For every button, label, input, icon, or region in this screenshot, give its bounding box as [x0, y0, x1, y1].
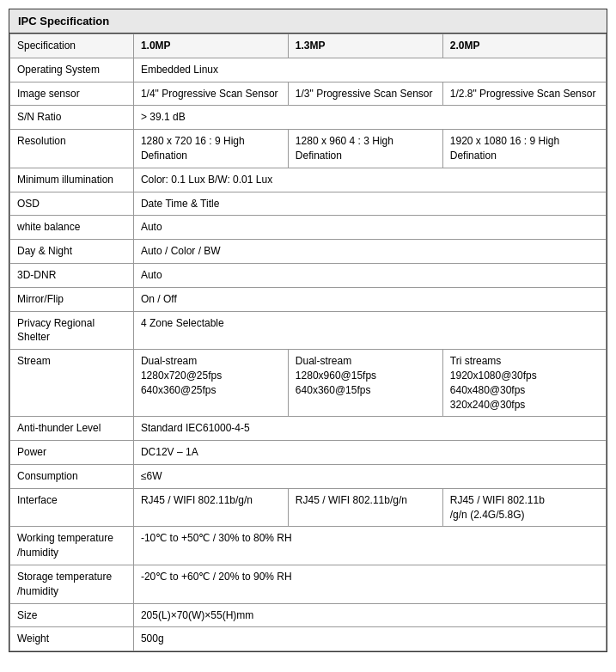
row-label: white balance: [10, 216, 134, 240]
row-value: Auto: [133, 263, 606, 287]
row-value: On / Off: [133, 287, 606, 311]
table-row: Working temperature /humidity-10℃ to +50…: [10, 527, 607, 565]
row-label: Mirror/Flip: [10, 287, 134, 311]
table-row: Minimum illuminationColor: 0.1 Lux B/W: …: [10, 168, 607, 192]
row-label: Weight: [10, 627, 134, 651]
row-label: Size: [10, 603, 134, 627]
row-label: Operating System: [10, 58, 134, 82]
table-row: S/N Ratio> 39.1 dB: [10, 106, 607, 130]
row-label: Power: [10, 441, 134, 465]
row-label: Storage temperature /humidity: [10, 565, 134, 603]
row-value: Standard IEC61000-4-5: [133, 417, 606, 441]
row-label: Privacy Regional Shelter: [10, 311, 134, 350]
row-value: -10℃ to +50℃ / 30% to 80% RH: [133, 527, 606, 565]
table-row: StreamDual-stream 1280x720@25fps 640x360…: [10, 350, 607, 417]
table-row: Consumption≤6W: [10, 464, 607, 488]
row-col3: 1/2.8" Progressive Scan Sensor: [442, 82, 606, 106]
row-col1: Dual-stream 1280x720@25fps 640x360@25fps: [133, 350, 288, 417]
table-row: Operating SystemEmbedded Linux: [10, 58, 607, 82]
row-value: 500g: [133, 627, 606, 651]
table-row: 3D-DNRAuto: [10, 263, 607, 287]
row-label: Anti-thunder Level: [10, 417, 134, 441]
row-value: Embedded Linux: [133, 58, 606, 82]
row-col1: 1280 x 720 16 : 9 High Defination: [133, 130, 288, 168]
table-row: white balanceAuto: [10, 216, 607, 240]
row-value: DC12V – 1A: [133, 441, 606, 465]
row-col2: 1/3" Progressive Scan Sensor: [288, 82, 442, 106]
table-row: Size205(L)×70(W)×55(H)mm: [10, 603, 607, 627]
table-row: Storage temperature /humidity-20℃ to +60…: [10, 565, 607, 603]
row-label: 3D-DNR: [10, 263, 134, 287]
spec-label-header: Specification: [10, 34, 134, 58]
col-2mp-header: 2.0MP: [442, 34, 606, 58]
table-row: Privacy Regional Shelter4 Zone Selectabl…: [10, 311, 607, 350]
row-label: Resolution: [10, 130, 134, 168]
row-value: ≤6W: [133, 464, 606, 488]
row-label: Interface: [10, 488, 134, 527]
row-value: 4 Zone Selectable: [133, 311, 606, 350]
col-13mp-header: 1.3MP: [288, 34, 442, 58]
row-value: Auto: [133, 216, 606, 240]
row-value: 205(L)×70(W)×55(H)mm: [133, 603, 606, 627]
table-row: Mirror/FlipOn / Off: [10, 287, 607, 311]
row-col3: Tri streams 1920x1080@30fps 640x480@30fp…: [442, 350, 606, 417]
table-title: IPC Specification: [9, 9, 607, 34]
table-row: InterfaceRJ45 / WIFI 802.11b/g/nRJ45 / W…: [10, 488, 607, 527]
row-label: Minimum illumination: [10, 168, 134, 192]
row-label: S/N Ratio: [10, 106, 134, 130]
row-col3: 1920 x 1080 16 : 9 High Defination: [442, 130, 606, 168]
col-1mp-header: 1.0MP: [133, 34, 288, 58]
table-row: Day & NightAuto / Color / BW: [10, 240, 607, 264]
row-value: Color: 0.1 Lux B/W: 0.01 Lux: [133, 168, 606, 192]
row-value: Auto / Color / BW: [133, 240, 606, 264]
row-label: OSD: [10, 192, 134, 216]
row-col2: Dual-stream 1280x960@15fps 640x360@15fps: [288, 350, 442, 417]
row-value: -20℃ to +60℃ / 20% to 90% RH: [133, 565, 606, 603]
table-row: Resolution1280 x 720 16 : 9 High Definat…: [10, 130, 607, 168]
row-label: Day & Night: [10, 240, 134, 264]
row-col3: RJ45 / WIFI 802.11b /g/n (2.4G/5.8G): [442, 488, 606, 527]
row-col1: RJ45 / WIFI 802.11b/g/n: [133, 488, 288, 527]
table-row: Anti-thunder LevelStandard IEC61000-4-5: [10, 417, 607, 441]
row-label: Stream: [10, 350, 134, 417]
row-label: Consumption: [10, 464, 134, 488]
row-label: Image sensor: [10, 82, 134, 106]
row-col1: 1/4" Progressive Scan Sensor: [133, 82, 288, 106]
table-row: OSDDate Time & Title: [10, 192, 607, 216]
header-row: Specification1.0MP1.3MP2.0MP: [10, 34, 607, 58]
ipc-spec-table: IPC Specification Specification1.0MP1.3M…: [9, 9, 607, 652]
row-col2: RJ45 / WIFI 802.11b/g/n: [288, 488, 442, 527]
row-label: Working temperature /humidity: [10, 527, 134, 565]
table-row: Weight500g: [10, 627, 607, 651]
row-value: > 39.1 dB: [133, 106, 606, 130]
table-row: PowerDC12V – 1A: [10, 441, 607, 465]
row-value: Date Time & Title: [133, 192, 606, 216]
table-row: Image sensor1/4" Progressive Scan Sensor…: [10, 82, 607, 106]
row-col2: 1280 x 960 4 : 3 High Defination: [288, 130, 442, 168]
